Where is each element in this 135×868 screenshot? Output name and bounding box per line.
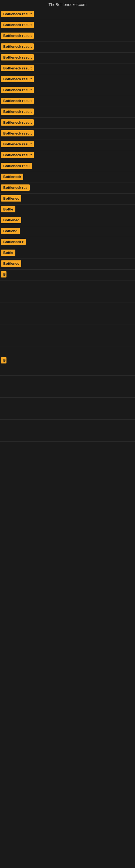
- list-item: Bottleneck result: [0, 96, 135, 107]
- bottleneck-badge: Bottleneck: [1, 174, 23, 180]
- bottleneck-badge: Bottleneck result: [1, 54, 34, 61]
- page-wrapper: TheBottlenecker.com Bottleneck resultBot…: [0, 0, 135, 442]
- bottleneck-badge: Bottlend: [1, 228, 20, 234]
- site-title: TheBottlenecker.com: [49, 2, 87, 7]
- bottleneck-badge: B: [1, 357, 6, 364]
- bottleneck-badge: Bottleneck result: [1, 87, 34, 93]
- list-item: Bottleneck result: [0, 129, 135, 140]
- items-container: Bottleneck resultBottleneck resultBottle…: [0, 8, 135, 442]
- list-item: Bottleneck result: [0, 150, 135, 161]
- bottleneck-badge: Bottleneck result: [1, 141, 34, 147]
- bottleneck-badge: Bottleneck result: [1, 65, 34, 71]
- bottleneck-badge: Bottleneck result: [1, 43, 34, 50]
- bottleneck-badge: Bottleneck resu: [1, 163, 32, 169]
- list-item: [0, 398, 135, 420]
- list-item: B: [0, 346, 135, 376]
- bottleneck-badge: Bottleneck result: [1, 33, 34, 39]
- bottleneck-badge: Bottlenec: [1, 195, 21, 202]
- list-item: Bottlenec: [0, 194, 135, 205]
- list-item: Bottleneck resu: [0, 161, 135, 172]
- list-item: Bottleneck result: [0, 107, 135, 118]
- list-item: Bottle: [0, 248, 135, 259]
- bottleneck-badge: B: [1, 271, 6, 278]
- list-item: Bottleneck result: [0, 140, 135, 150]
- bottleneck-badge: Bottleneck result: [1, 152, 34, 158]
- list-item: Bottlend: [0, 226, 135, 237]
- list-item: [0, 280, 135, 303]
- bottleneck-badge: Bottleneck result: [1, 11, 34, 17]
- bottleneck-badge: Bottleneck result: [1, 130, 34, 136]
- bottleneck-badge: Bottlenec: [1, 217, 21, 223]
- list-item: Bottleneck result: [0, 42, 135, 53]
- list-item: [0, 376, 135, 398]
- list-item: [0, 420, 135, 442]
- site-header: TheBottlenecker.com: [0, 0, 135, 8]
- bottleneck-badge: Bottleneck res: [1, 184, 30, 191]
- bottleneck-badge: Bottleneck result: [1, 22, 34, 28]
- list-item: [0, 303, 135, 324]
- list-item: Bottleneck: [0, 172, 135, 183]
- list-item: Bottleneck result: [0, 9, 135, 20]
- bottleneck-badge: Bottleneck result: [1, 76, 34, 82]
- bottleneck-badge: Bottleneck result: [1, 108, 34, 115]
- list-item: B: [0, 270, 135, 280]
- list-item: Bottleneck result: [0, 63, 135, 74]
- list-item: Bottleneck result: [0, 53, 135, 63]
- list-item: Bottleneck result: [0, 118, 135, 129]
- list-item: Bottleneck result: [0, 74, 135, 85]
- bottleneck-badge: Bottlenec: [1, 260, 21, 267]
- list-item: Bottlenec: [0, 259, 135, 270]
- list-item: Bottlenec: [0, 215, 135, 226]
- bottleneck-badge: Bottleneck result: [1, 98, 34, 104]
- list-item: Bottleneck r: [0, 237, 135, 248]
- list-item: Bottleneck result: [0, 31, 135, 42]
- bottleneck-badge: Bottleneck result: [1, 119, 34, 126]
- bottleneck-badge: Bottle: [1, 250, 15, 256]
- list-item: Bottle: [0, 205, 135, 215]
- list-item: Bottleneck result: [0, 85, 135, 96]
- list-item: Bottleneck result: [0, 20, 135, 31]
- bottleneck-badge: Bottleneck r: [1, 239, 26, 245]
- list-item: Bottleneck res: [0, 183, 135, 194]
- bottleneck-badge: Bottle: [1, 206, 15, 212]
- list-item: [0, 324, 135, 346]
